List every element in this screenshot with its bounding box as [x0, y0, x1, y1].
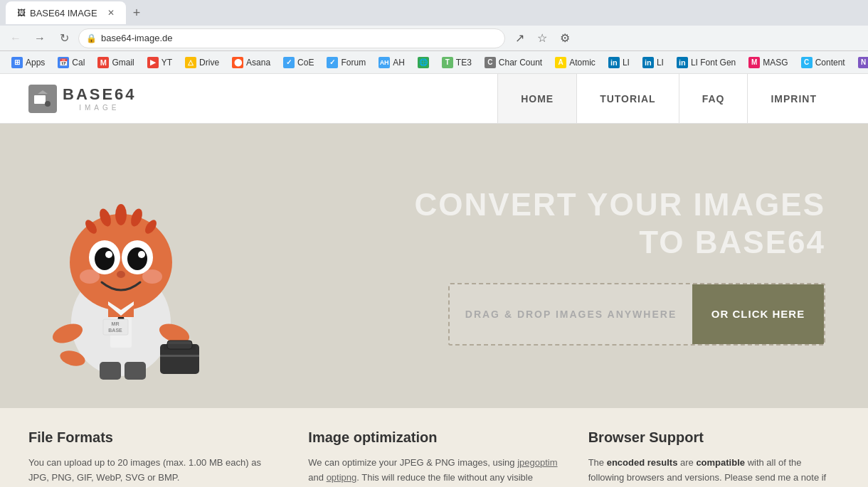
nav-links: HOME TUTORIAL FAQ IMPRINT [497, 74, 840, 123]
file-formats-heading: File Formats [28, 429, 280, 446]
logo-icon [28, 85, 57, 113]
bookmark-lifontgen[interactable]: in LI Font Gen [671, 54, 741, 71]
bookmark-yt-label: YT [162, 58, 172, 68]
bookmark-coe[interactable]: ✓ CoE [277, 54, 319, 71]
yt-favicon: ▶ [147, 57, 159, 68]
info-section: File Formats You can upload up to 20 ima… [0, 408, 868, 487]
toolbar-actions: ↗ ☆ ⚙ [509, 28, 575, 48]
jpegoptim-link[interactable]: jpegoptim [517, 457, 557, 468]
svg-rect-11 [164, 344, 196, 350]
bookmark-li2[interactable]: in LI [637, 54, 669, 71]
bookmark-gmail[interactable]: M Gmail [92, 54, 139, 71]
site-logo: BASE64 IMAGE [28, 85, 137, 113]
upload-area[interactable]: DRAG & DROP IMAGES ANYWHERE OR CLICK HER… [448, 283, 825, 346]
bookmark-ah[interactable]: AH AH [373, 54, 411, 71]
profile-button[interactable]: ⚙ [555, 28, 575, 48]
svg-point-20 [70, 214, 172, 311]
active-tab[interactable]: 🖼 BASE64 IMAGE ✕ [6, 1, 126, 24]
bookmark-forum-label: Forum [341, 58, 366, 68]
bookmark-globe[interactable]: 🌐 [412, 54, 435, 71]
browser-support-heading: Browser Support [588, 429, 840, 446]
bookmark-masg-label: MASG [763, 58, 788, 68]
bookmark-cal[interactable]: 📅 Cal [52, 54, 90, 71]
logo-main-text: BASE64 [63, 85, 137, 104]
svg-point-30 [105, 251, 112, 258]
charcount-favicon: C [485, 57, 496, 68]
mascot-image: MR BASE [28, 152, 213, 380]
cal-favicon: 📅 [58, 57, 69, 68]
bookmark-asana[interactable]: ⬤ Asana [226, 54, 276, 71]
bookmark-drive[interactable]: △ Drive [179, 54, 225, 71]
bookmark-nhub[interactable]: N N-Hub [852, 54, 868, 71]
bookmark-atomic[interactable]: A Atomic [549, 54, 601, 71]
ah-favicon: AH [379, 57, 390, 68]
back-button[interactable]: ← [6, 28, 26, 48]
nav-tutorial[interactable]: TUTORIAL [576, 74, 679, 123]
svg-text:BASE: BASE [108, 328, 122, 333]
nav-imprint[interactable]: IMPRINT [747, 74, 840, 123]
svg-point-34 [142, 269, 162, 284]
bookmark-content[interactable]: C Content [795, 54, 851, 71]
bookmark-ah-label: AH [393, 58, 405, 68]
image-optimization-para: We can optimize your JPEG & PNG images, … [308, 456, 559, 487]
optipng-link[interactable]: optipng [327, 472, 357, 483]
svg-point-31 [138, 251, 145, 258]
forum-favicon: ✓ [327, 57, 338, 68]
click-here-button[interactable]: OR CLICK HERE [692, 284, 824, 344]
content-favicon: C [801, 57, 813, 68]
browser-support-para: The encoded results are compatible with … [588, 456, 840, 487]
bookmark-charcount[interactable]: C Char Count [479, 54, 548, 71]
bookmark-asana-label: Asana [246, 58, 270, 68]
share-button[interactable]: ↗ [509, 28, 529, 48]
tab-favicon: 🖼 [17, 8, 26, 18]
nav-faq[interactable]: FAQ [679, 74, 748, 123]
bookmark-charcount-label: Char Count [499, 58, 542, 68]
tab-label: BASE64 IMAGE [30, 8, 97, 18]
site-navigation: BASE64 IMAGE HOME TUTORIAL FAQ IMPRINT [0, 74, 868, 124]
bookmark-cal-label: Cal [72, 58, 85, 68]
bookmark-li[interactable]: in LI [603, 54, 635, 71]
bookmark-li-label: LI [623, 58, 630, 68]
nav-home[interactable]: HOME [497, 74, 576, 123]
bookmark-button[interactable]: ☆ [532, 28, 552, 48]
forward-button[interactable]: → [30, 28, 50, 48]
hero-text: CONVERT YOUR IMAGES TO BASE64 DRAG & DRO… [213, 186, 840, 346]
image-optimization-heading: Image optimization [308, 429, 559, 446]
new-tab-icon[interactable]: + [129, 6, 145, 21]
li2-favicon: in [642, 57, 654, 68]
masg-favicon: M [748, 57, 760, 68]
bookmarks-bar: ⊞ Apps 📅 Cal M Gmail ▶ YT △ Drive ⬤ Asan… [0, 51, 868, 74]
svg-point-28 [95, 247, 115, 270]
svg-rect-1 [34, 95, 46, 104]
browser-chrome: 🖼 BASE64 IMAGE ✕ + ← → ↻ 🔒 base64-image.… [0, 0, 868, 74]
bookmark-coe-label: CoE [297, 58, 314, 68]
bookmark-masg[interactable]: M MASG [743, 54, 793, 71]
svg-point-33 [80, 269, 100, 284]
tab-bar: 🖼 BASE64 IMAGE ✕ + [0, 0, 868, 26]
bookmark-te3[interactable]: T TE3 [436, 54, 477, 71]
gmail-favicon: M [97, 57, 109, 68]
refresh-button[interactable]: ↻ [54, 28, 74, 48]
bookmark-gmail-label: Gmail [112, 58, 134, 68]
bookmark-yt[interactable]: ▶ YT [142, 54, 178, 71]
hero-section: MR BASE [0, 124, 868, 408]
svg-point-29 [127, 247, 147, 270]
svg-point-3 [45, 101, 51, 107]
bookmark-apps[interactable]: ⊞ Apps [6, 54, 51, 71]
address-bar[interactable]: 🔒 base64-image.de [78, 28, 505, 48]
bookmark-forum[interactable]: ✓ Forum [321, 54, 371, 71]
browser-support-column: Browser Support The encoded results are … [588, 429, 840, 487]
lifontgen-favicon: in [677, 57, 688, 68]
svg-rect-13 [125, 362, 146, 380]
svg-point-21 [115, 204, 127, 225]
website-content: BASE64 IMAGE HOME TUTORIAL FAQ IMPRINT [0, 74, 868, 487]
bookmark-lifontgen-label: LI Font Gen [691, 58, 736, 68]
atomic-favicon: A [555, 57, 566, 68]
bookmark-drive-label: Drive [199, 58, 219, 68]
asana-favicon: ⬤ [232, 57, 243, 68]
file-formats-para1: You can upload up to 20 images (max. 1.0… [28, 456, 280, 486]
svg-rect-12 [100, 362, 121, 380]
hero-title: CONVERT YOUR IMAGES TO BASE64 [415, 186, 825, 262]
tab-close-icon[interactable]: ✕ [107, 8, 115, 18]
globe-favicon: 🌐 [418, 57, 429, 68]
